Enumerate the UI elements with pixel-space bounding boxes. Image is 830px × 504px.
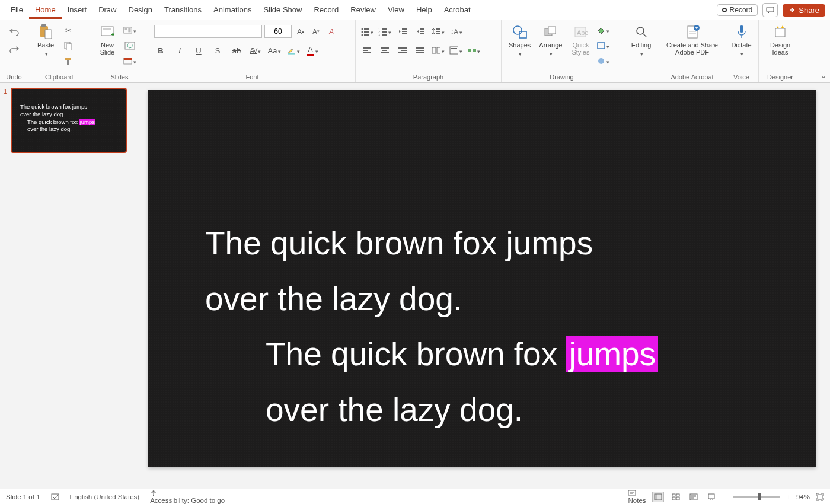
highlight-button[interactable]	[287, 44, 300, 57]
font-name-input[interactable]	[154, 25, 262, 38]
ribbon: Undo Paste ✂ Clipboard	[0, 20, 830, 83]
tab-file[interactable]: File	[5, 2, 29, 19]
font-color-button[interactable]: A	[306, 44, 319, 57]
line-spacing-button[interactable]	[432, 25, 445, 38]
tab-home[interactable]: Home	[29, 2, 62, 19]
svg-rect-20	[364, 31, 369, 33]
fit-to-window-button[interactable]	[816, 493, 824, 501]
layout-button[interactable]	[123, 24, 136, 37]
group-slides-label: Slides	[95, 72, 144, 82]
shadow-button[interactable]: S	[211, 44, 224, 57]
decrease-indent-button[interactable]	[396, 25, 409, 38]
tab-acrobat[interactable]: Acrobat	[438, 2, 477, 19]
svg-rect-7	[67, 60, 69, 65]
slide-canvas[interactable]: The quick brown fox jumps over the lazy …	[148, 90, 816, 467]
zoom-in-button[interactable]: +	[786, 493, 790, 500]
copy-button[interactable]	[62, 39, 75, 52]
paste-button[interactable]: Paste	[33, 23, 58, 58]
underline-button[interactable]: U	[192, 44, 205, 57]
new-slide-button[interactable]: New Slide	[95, 23, 120, 57]
svg-rect-18	[364, 28, 369, 30]
quick-styles-button[interactable]: Abc Quick Styles	[568, 23, 593, 57]
reading-view-button[interactable]	[688, 492, 700, 502]
align-left-button[interactable]	[360, 44, 374, 57]
normal-view-button[interactable]	[652, 492, 664, 502]
shapes-button[interactable]: Shapes	[506, 23, 533, 58]
justify-button[interactable]	[414, 44, 427, 57]
shape-fill-button[interactable]	[596, 24, 609, 37]
bullets-icon	[360, 27, 369, 36]
svg-rect-34	[420, 33, 424, 34]
clear-formatting-button[interactable]: A	[325, 25, 338, 38]
share-button[interactable]: Share	[783, 4, 825, 17]
shape-outline-button[interactable]	[596, 39, 609, 52]
ribbon-collapse-button[interactable]: ⌄	[821, 72, 826, 80]
svg-point-19	[362, 31, 363, 33]
change-case-button[interactable]: Aa	[268, 44, 281, 57]
menu-tabs: File Home Insert Draw Design Transitions…	[0, 0, 830, 20]
tab-review[interactable]: Review	[344, 2, 382, 19]
tab-slideshow[interactable]: Slide Show	[257, 2, 308, 19]
dictate-button[interactable]: Dictate	[729, 23, 754, 58]
italic-button[interactable]: I	[173, 44, 186, 57]
tab-view[interactable]: View	[382, 2, 410, 19]
columns-button[interactable]	[432, 44, 445, 57]
status-language[interactable]: English (United States)	[70, 493, 140, 500]
undo-button[interactable]	[8, 25, 21, 38]
char-spacing-button[interactable]: AV	[249, 44, 262, 57]
slide-canvas-area[interactable]: The quick brown fox jumps over the lazy …	[140, 83, 830, 489]
svg-rect-50	[416, 52, 424, 53]
tab-insert[interactable]: Insert	[62, 2, 93, 19]
share-icon	[788, 7, 796, 14]
align-text-button[interactable]	[449, 44, 462, 57]
decrease-font-button[interactable]: A▾	[309, 25, 323, 38]
shape-effects-button[interactable]	[596, 55, 609, 68]
tab-design[interactable]: Design	[123, 2, 158, 19]
notes-button[interactable]: Notes	[628, 490, 646, 504]
status-spellcheck-icon[interactable]	[51, 493, 59, 501]
svg-rect-81	[818, 495, 822, 499]
arrange-button[interactable]: Arrange	[537, 23, 564, 58]
text-direction-button[interactable]: ↕A	[449, 25, 462, 38]
increase-indent-button[interactable]	[414, 25, 427, 38]
tab-record[interactable]: Record	[308, 2, 344, 19]
tab-draw[interactable]: Draw	[92, 2, 122, 19]
smartart-button[interactable]	[467, 44, 480, 57]
section-button[interactable]	[123, 55, 136, 68]
cut-button[interactable]: ✂	[62, 24, 75, 37]
redo-button[interactable]	[8, 43, 21, 56]
bold-button[interactable]: B	[154, 44, 167, 57]
align-center-button[interactable]	[378, 44, 391, 57]
numbering-button[interactable]: 123	[378, 25, 391, 38]
align-text-icon	[449, 46, 458, 55]
create-share-pdf-button[interactable]: Create and Share Adobe PDF	[664, 23, 721, 57]
status-accessibility[interactable]: Accessibility: Good to go	[150, 490, 225, 504]
reset-icon	[124, 42, 135, 50]
zoom-level[interactable]: 94%	[796, 493, 810, 500]
bullets-button[interactable]	[360, 25, 374, 38]
slide-thumbnails-panel[interactable]: 1 The quick brown fox jumps over the laz…	[0, 83, 140, 489]
zoom-slider[interactable]	[733, 496, 780, 498]
font-size-input[interactable]	[264, 25, 292, 38]
zoom-out-button[interactable]: −	[723, 493, 727, 500]
comments-button[interactable]	[762, 3, 778, 17]
strikethrough-button[interactable]: ab	[230, 44, 243, 57]
slideshow-view-button[interactable]	[706, 492, 717, 502]
new-slide-icon	[99, 24, 116, 40]
slide-thumbnail-1[interactable]: The quick brown fox jumps over the lazy …	[11, 88, 127, 153]
arrange-label: Arrange	[539, 42, 562, 49]
tab-transitions[interactable]: Transitions	[158, 2, 208, 19]
reset-button[interactable]	[123, 39, 136, 52]
editing-button[interactable]: Editing	[629, 23, 654, 58]
svg-rect-3	[45, 30, 52, 39]
record-button[interactable]: Record	[717, 4, 758, 16]
svg-rect-31	[402, 33, 407, 34]
increase-font-button[interactable]: A▴	[294, 25, 307, 38]
tab-help[interactable]: Help	[410, 2, 438, 19]
sorter-view-button[interactable]	[670, 492, 682, 502]
format-painter-button[interactable]	[62, 55, 75, 68]
tab-animations[interactable]: Animations	[208, 2, 257, 19]
design-ideas-button[interactable]: Design Ideas	[768, 23, 793, 57]
align-right-button[interactable]	[396, 44, 409, 57]
svg-rect-28	[382, 34, 387, 36]
